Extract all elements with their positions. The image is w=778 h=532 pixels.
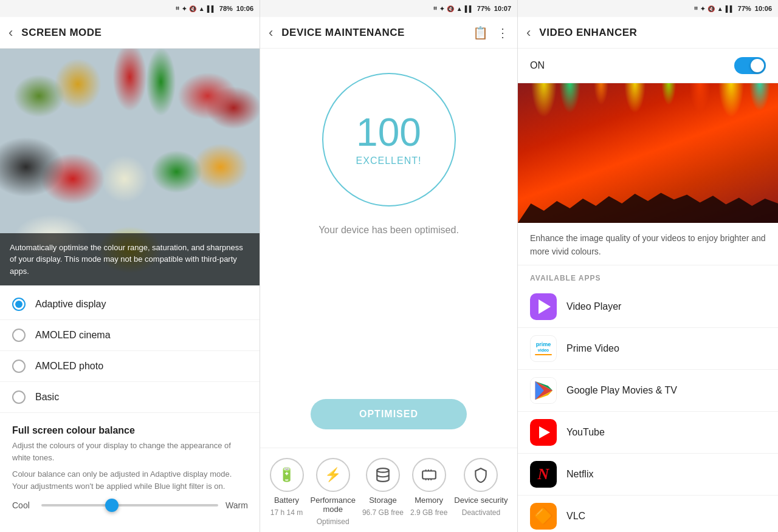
performance-item[interactable]: ⚡ Performance mode Optimised xyxy=(311,458,356,526)
enhancer-description: Enhance the image quality of your videos… xyxy=(518,223,778,265)
storage-icon-circle xyxy=(366,458,400,492)
status-icons-p3: ⌗ ✦ 🔇 ▲ ▌▌ xyxy=(694,5,734,12)
sound-icon-p2: 🔇 xyxy=(447,5,454,12)
app-item-google-play[interactable]: Google Play Movies & TV xyxy=(518,370,778,412)
security-item[interactable]: Device security Deactivated xyxy=(454,458,508,526)
color-balance-desc2: Colour balance can only be adjusted in A… xyxy=(12,468,247,492)
score-circle-container: 100 EXCELLENT! xyxy=(322,73,456,206)
toggle-on-label: ON xyxy=(530,60,545,71)
app-item-netflix[interactable]: N Netflix xyxy=(518,454,778,496)
time-p3: 10:06 xyxy=(755,5,772,12)
network-icon: ▌▌ xyxy=(207,5,216,12)
prime-video-icon: prime video xyxy=(530,335,557,362)
status-bar-panel2: ⌗ ✦ 🔇 ▲ ▌▌ 77% 10:07 xyxy=(260,0,517,17)
battery-item[interactable]: 🔋 Battery 17 h 14 m xyxy=(270,458,304,526)
youtube-play-icon xyxy=(539,426,550,438)
slider-warm-label: Warm xyxy=(225,500,247,510)
hero-image-panel1: Automatically optimise the colour range,… xyxy=(0,49,260,285)
mode-item-photo[interactable]: AMOLED photo xyxy=(0,351,260,382)
device-maintenance-panel: ⌗ ✦ 🔇 ▲ ▌▌ 77% 10:07 ‹ DEVICE MAINTENANC… xyxy=(260,0,518,532)
page-title-panel3: VIDEO ENHANCER xyxy=(539,27,769,39)
prime-video-name: Prime Video xyxy=(566,343,619,354)
bluetooth-icon-p2: ✦ xyxy=(439,5,444,12)
time-text: 10:06 xyxy=(236,5,253,12)
color-slider-thumb[interactable] xyxy=(105,499,119,512)
mode-item-basic[interactable]: Basic xyxy=(0,382,260,413)
prime-logo: prime video xyxy=(531,336,556,361)
score-label: EXCELLENT! xyxy=(356,155,422,166)
storage-icon-sub: 96.7 GB free xyxy=(362,508,404,517)
radio-basic[interactable] xyxy=(12,390,26,404)
app-item-vlc[interactable]: 🔶 VLC xyxy=(518,496,778,532)
status-bar-panel1: ⌗ ✦ 🔇 ▲ ▌▌ 78% 10:06 xyxy=(0,0,260,17)
status-bar-panel3: ⌗ ✦ 🔇 ▲ ▌▌ 77% 10:06 xyxy=(518,0,778,17)
screen-mode-panel: ⌗ ✦ 🔇 ▲ ▌▌ 78% 10:06 ‹ SCREEN MODE Autom… xyxy=(0,0,260,532)
performance-icon-circle: ⚡ xyxy=(316,458,350,492)
more-options-icon[interactable]: ⋮ xyxy=(497,26,509,40)
app-item-video-player[interactable]: Video Player xyxy=(518,286,778,328)
available-apps-label: AVAILABLE APPS xyxy=(518,265,778,286)
mode-item-cinema[interactable]: AMOLED cinema xyxy=(0,320,260,351)
back-button-panel2[interactable]: ‹ xyxy=(269,25,273,41)
performance-icon-name: Performance mode xyxy=(311,496,356,514)
optimised-button[interactable]: OPTIMISED xyxy=(311,399,467,429)
radio-photo[interactable] xyxy=(12,360,26,373)
color-slider-track[interactable] xyxy=(41,504,218,506)
top-bar-panel3: ‹ VIDEO ENHANCER xyxy=(518,17,778,49)
bluetooth-icon: ✦ xyxy=(182,5,187,12)
google-play-icon xyxy=(530,377,557,404)
maintenance-body: 100 EXCELLENT! Your device has been opti… xyxy=(260,49,517,532)
back-button-panel3[interactable]: ‹ xyxy=(526,25,531,41)
mode-label-photo: AMOLED photo xyxy=(35,361,103,372)
wifi-icon-p3: ▲ xyxy=(717,5,723,12)
hero-description: Automatically optimise the colour range,… xyxy=(10,243,243,276)
network-icon-p3: ▌▌ xyxy=(726,5,734,12)
security-icon-circle xyxy=(464,458,498,492)
battery-p3: 77% xyxy=(738,5,751,12)
page-title-panel2: DEVICE MAINTENANCE xyxy=(281,27,464,39)
radio-adaptive-fill xyxy=(15,301,22,308)
storage-item[interactable]: Storage 96.7 GB free xyxy=(362,458,404,526)
wifi-icon-p2: ▲ xyxy=(456,5,463,12)
app-item-youtube[interactable]: YouTube xyxy=(518,412,778,454)
optimised-text: Your device has been optimised. xyxy=(318,225,459,236)
page-title-panel1: SCREEN MODE xyxy=(21,27,251,39)
signal-icon: ⌗ xyxy=(176,5,179,12)
status-icons-p1: ⌗ ✦ 🔇 ▲ ▌▌ xyxy=(176,5,216,12)
mode-label-adaptive: Adaptive display xyxy=(35,299,106,310)
play-triangle-icon xyxy=(539,299,551,314)
top-bar-panel1: ‹ SCREEN MODE xyxy=(0,17,260,49)
action-icons-panel2: 📋 ⋮ xyxy=(473,26,509,40)
google-play-svg xyxy=(531,377,556,404)
youtube-name: YouTube xyxy=(566,427,605,438)
vlc-cone-icon: 🔶 xyxy=(534,506,553,525)
battery-icon-name: Battery xyxy=(274,496,299,505)
maintenance-icons-row: 🔋 Battery 17 h 14 m ⚡ Performance mode O… xyxy=(260,448,517,532)
performance-icon-sub: Optimised xyxy=(317,517,349,526)
memory-icon-circle xyxy=(412,458,446,492)
radio-adaptive[interactable] xyxy=(12,298,26,311)
mode-item-adaptive[interactable]: Adaptive display xyxy=(0,289,260,320)
top-bar-panel2: ‹ DEVICE MAINTENANCE 📋 ⋮ xyxy=(260,17,517,49)
status-icons-p2: ⌗ ✦ 🔇 ▲ ▌▌ xyxy=(433,5,473,12)
document-icon[interactable]: 📋 xyxy=(473,26,488,40)
score-number: 100 xyxy=(356,113,421,152)
concert-image xyxy=(518,83,778,223)
netflix-name: Netflix xyxy=(566,469,593,480)
video-enhancer-toggle[interactable] xyxy=(734,57,766,74)
on-toggle-row: ON xyxy=(518,49,778,83)
memory-item[interactable]: Memory 2.9 GB free xyxy=(410,458,447,526)
color-slider-row: Cool Warm xyxy=(12,500,247,510)
bluetooth-icon-p3: ✦ xyxy=(700,5,705,12)
video-player-icon xyxy=(530,293,557,320)
back-button-panel1[interactable]: ‹ xyxy=(9,25,13,41)
battery-icon-sub: 17 h 14 m xyxy=(270,508,303,517)
signal-icon-p2: ⌗ xyxy=(433,5,437,12)
security-icon-name: Device security xyxy=(454,496,508,505)
app-item-prime-video[interactable]: prime video Prime Video xyxy=(518,328,778,370)
youtube-icon xyxy=(530,419,557,446)
vlc-icon: 🔶 xyxy=(530,503,557,530)
video-player-name: Video Player xyxy=(566,301,621,312)
wifi-icon: ▲ xyxy=(199,5,205,12)
radio-cinema[interactable] xyxy=(12,329,26,342)
